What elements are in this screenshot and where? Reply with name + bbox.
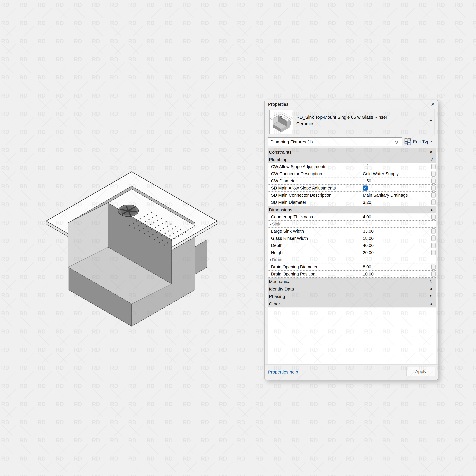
row-side-cell	[431, 170, 436, 177]
property-label: Large Sink Width	[268, 228, 361, 235]
property-label: ▸Drain	[268, 256, 361, 263]
property-value[interactable]: 10.00	[361, 271, 431, 277]
property-row-sd-main-allow-slope-adjustments: SD Main Allow Slope Adjustments✓	[268, 185, 436, 192]
associate-parameter-button[interactable]	[431, 250, 436, 255]
section-label: Mechanical	[269, 279, 291, 284]
property-label: ▸Sink	[268, 221, 361, 227]
associate-parameter-button[interactable]	[431, 271, 436, 277]
associate-parameter-button[interactable]	[431, 236, 436, 241]
associate-parameter-button[interactable]	[431, 185, 436, 191]
property-row-drain-opening-position: Drain Opening Position10.00	[268, 271, 436, 278]
expand-section-icon[interactable]: »	[429, 150, 434, 154]
section-header-plumbing[interactable]: Plumbing»	[268, 156, 436, 163]
group-row-drain: ▸Drain	[268, 256, 436, 263]
chevron-down-icon[interactable]: ∨	[394, 139, 399, 145]
expand-section-icon[interactable]: »	[429, 287, 434, 291]
associate-parameter-button[interactable]	[431, 214, 436, 220]
property-value[interactable]: 33.00	[361, 228, 431, 235]
properties-help-link[interactable]: Properties help	[268, 370, 298, 374]
apply-button[interactable]: Apply	[406, 367, 435, 376]
row-side-cell	[431, 263, 436, 270]
property-label: Drain Opening Position	[268, 271, 361, 277]
property-value[interactable]: 1.50	[361, 177, 431, 184]
expand-section-icon[interactable]: »	[429, 279, 434, 284]
element-filter-combobox[interactable]: Plumbing Fixtures (1) ∨	[268, 137, 402, 146]
section-header-constraints[interactable]: Constraints»	[268, 148, 436, 156]
property-value[interactable]: Cold Water Supply	[361, 170, 431, 177]
close-icon[interactable]: ✕	[431, 101, 435, 107]
section-label: Constraints	[269, 150, 291, 155]
collapse-section-icon[interactable]: »	[429, 157, 434, 162]
associate-parameter-button[interactable]	[431, 192, 436, 198]
property-row-drain-opening-diameter: Drain Opening Diameter8.00	[268, 263, 436, 271]
group-arrow-icon: ▸	[270, 222, 272, 226]
property-value[interactable]: 20.00	[361, 249, 431, 256]
properties-grid: Constraints»Plumbing»CW Allow Slope Adju…	[268, 148, 436, 364]
section-label: Phasing	[269, 294, 285, 299]
section-header-phasing[interactable]: Phasing»	[268, 293, 436, 300]
panel-title: Properties	[268, 102, 289, 107]
associate-parameter-button[interactable]	[431, 171, 436, 177]
section-header-identity-data[interactable]: Identity Data»	[268, 285, 436, 293]
expand-section-icon[interactable]: »	[429, 294, 434, 299]
property-value[interactable]: ✓	[361, 185, 431, 191]
dropdown-arrow-icon[interactable]: ▼	[429, 119, 433, 123]
property-label: SD Main Allow Slope Adjustments	[268, 185, 361, 191]
family-name: RD_Sink Top-Mount Single 06 w Glass Rins…	[296, 114, 424, 120]
associate-parameter-button[interactable]	[431, 178, 436, 184]
property-label: Depth	[268, 242, 361, 249]
section-header-mechanical[interactable]: Mechanical»	[268, 278, 436, 285]
combobox-value: Plumbing Fixtures (1)	[271, 139, 313, 144]
property-row-height: Height20.00	[268, 249, 436, 256]
property-label: SD Main Connector Description	[268, 192, 361, 199]
property-value[interactable]: 3.20	[361, 199, 431, 206]
property-row-sd-main-connector-description: SD Main Connector DescriptionMain Sanita…	[268, 192, 436, 199]
property-row-countertop-thickness: Countertop Thickness4.00	[268, 213, 436, 221]
property-value[interactable]: Main Sanitary Drainage	[361, 192, 431, 199]
row-side-cell	[431, 271, 436, 277]
checkbox-unchecked[interactable]	[363, 164, 368, 169]
property-value[interactable]: 4.00	[361, 213, 431, 220]
row-side-cell	[431, 221, 436, 227]
property-value[interactable]: 8.00	[361, 263, 431, 270]
property-label: CW Allow Slope Adjustments	[268, 163, 361, 170]
row-side-cell	[431, 163, 436, 170]
property-row-sd-main-diameter: SD Main Diameter3.20	[268, 199, 436, 206]
property-value[interactable]: 40.00	[361, 242, 431, 249]
associate-parameter-button[interactable]	[431, 264, 436, 270]
property-label: CW Diameter	[268, 177, 361, 184]
associate-parameter-button[interactable]	[431, 228, 436, 234]
expand-section-icon[interactable]: »	[429, 301, 434, 306]
associate-parameter-button[interactable]	[431, 200, 436, 205]
property-value[interactable]	[361, 163, 431, 170]
property-label: Height	[268, 249, 361, 256]
edit-type-button[interactable]: Edit Type	[404, 137, 436, 146]
section-label: Identity Data	[269, 287, 294, 291]
property-row-cw-diameter: CW Diameter1.50	[268, 177, 436, 185]
section-header-dimensions[interactable]: Dimensions»	[268, 206, 436, 213]
type-preview-thumbnail	[269, 110, 293, 134]
row-side-cell	[431, 242, 436, 249]
section-header-other[interactable]: Other»	[268, 300, 436, 307]
associate-parameter-button[interactable]	[431, 164, 436, 170]
collapse-section-icon[interactable]: »	[429, 207, 434, 212]
property-label: CW Connector Description	[268, 170, 361, 177]
type-name: RD_Sink Top-Mount Single 06 w Glass Rins…	[296, 114, 424, 127]
section-label: Plumbing	[269, 157, 288, 162]
row-side-cell	[431, 199, 436, 206]
row-side-cell	[431, 213, 436, 220]
row-side-cell	[431, 249, 436, 256]
property-value	[361, 221, 431, 227]
property-value[interactable]: 18.00	[361, 235, 431, 242]
group-arrow-icon: ▸	[270, 258, 272, 262]
property-label: Countertop Thickness	[268, 213, 361, 220]
row-side-cell	[431, 256, 436, 263]
properties-panel: Properties ✕ RD_Sink Top-Mount Single 06…	[264, 100, 438, 380]
property-row-glass-rinser-width: Glass Rinser Width18.00	[268, 235, 436, 242]
property-row-cw-connector-description: CW Connector DescriptionCold Water Suppl…	[268, 170, 436, 177]
associate-parameter-button[interactable]	[431, 243, 436, 248]
group-row-sink: ▸Sink	[268, 221, 436, 228]
checkbox-checked[interactable]: ✓	[363, 186, 368, 190]
type-selector[interactable]: RD_Sink Top-Mount Single 06 w Glass Rins…	[268, 109, 435, 135]
property-row-large-sink-width: Large Sink Width33.00	[268, 228, 436, 235]
